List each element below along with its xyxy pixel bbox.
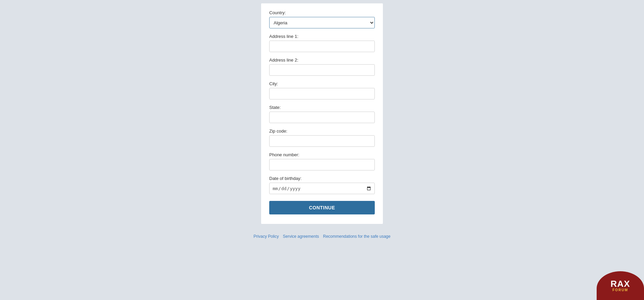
rax-forum-label: FORUM [613, 288, 628, 292]
page-wrapper: Country: Algeria United States United Ki… [0, 0, 644, 252]
address1-input[interactable] [269, 41, 375, 52]
city-group: City: [269, 81, 375, 99]
service-agreements-link[interactable]: Service agreements [283, 234, 319, 239]
continue-button[interactable]: CONTINUE [269, 201, 375, 214]
address2-label: Address line 2: [269, 57, 375, 63]
address2-group: Address line 2: [269, 57, 375, 76]
dob-label: Date of birthday: [269, 176, 375, 181]
rax-logo: RAX FORUM [597, 271, 644, 300]
rax-logo-wrap: RAX FORUM [611, 279, 630, 292]
country-group: Country: Algeria United States United Ki… [269, 10, 375, 28]
state-group: State: [269, 105, 375, 123]
city-input[interactable] [269, 88, 375, 99]
rax-logo-text: RAX [611, 279, 630, 288]
address1-label: Address line 1: [269, 34, 375, 39]
phone-label: Phone number: [269, 152, 375, 157]
footer-links: Privacy Policy Service agreements Recomm… [254, 234, 391, 239]
rax-logo-container: RAX FORUM [590, 266, 644, 300]
state-input[interactable] [269, 112, 375, 123]
city-label: City: [269, 81, 375, 86]
zipcode-group: Zip code: [269, 129, 375, 147]
form-card: Country: Algeria United States United Ki… [261, 3, 383, 224]
phone-group: Phone number: [269, 152, 375, 170]
dob-input[interactable] [269, 183, 375, 194]
phone-input[interactable] [269, 159, 375, 170]
zipcode-input[interactable] [269, 135, 375, 147]
country-select[interactable]: Algeria United States United Kingdom Fra… [269, 17, 375, 28]
zipcode-label: Zip code: [269, 129, 375, 134]
country-label: Country: [269, 10, 375, 15]
recommendations-link[interactable]: Recommendations for the safe usage [323, 234, 390, 239]
privacy-policy-link[interactable]: Privacy Policy [254, 234, 279, 239]
dob-group: Date of birthday: [269, 176, 375, 194]
address1-group: Address line 1: [269, 34, 375, 52]
address2-input[interactable] [269, 64, 375, 76]
state-label: State: [269, 105, 375, 110]
